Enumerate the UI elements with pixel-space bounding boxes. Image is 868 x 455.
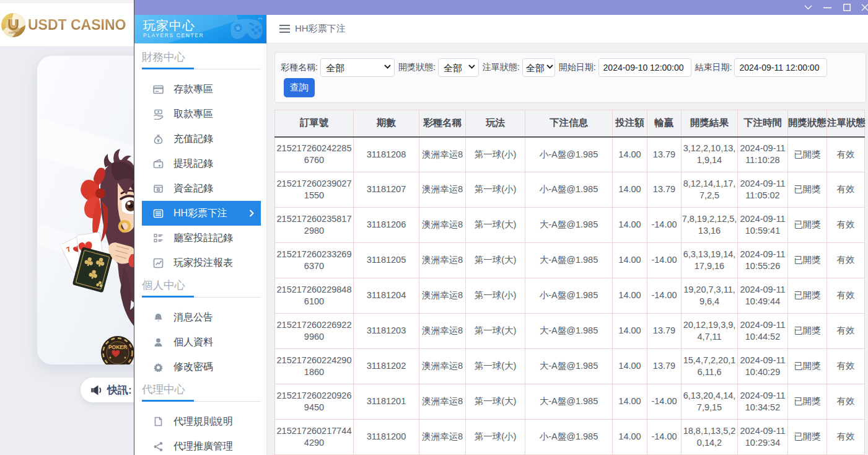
report-chart-icon [153, 258, 164, 268]
order-status-select-wrap: 全部 [522, 58, 555, 77]
sidebar-section-title: 個人中心 [142, 278, 266, 293]
brand-name: USDT CASINO [28, 17, 126, 33]
column-header: 下注信息 [525, 110, 613, 137]
sidebar-item-change-password[interactable]: 修改密碼 [142, 355, 261, 379]
sidebar-item-label: 存款專區 [173, 83, 213, 96]
sidebar-item-funds-record[interactable]: 資金記錄 [142, 176, 261, 201]
draw-status-label: 開獎狀態: [398, 62, 436, 73]
end-date-input[interactable] [734, 58, 827, 77]
table-row: 215217260239027155031181207澳洲幸运8第一球(小)小-… [275, 172, 865, 208]
sidebar-menu: 存款專區取款專區充值記錄提現記錄資金記錄HH彩票下注廳室投註記錄玩家投注報表 [134, 77, 266, 275]
sidebar-item-label: 資金記錄 [173, 182, 213, 195]
table-cell: 澳洲幸运8 [419, 314, 466, 349]
sidebar-item-label: HH彩票下注 [173, 207, 227, 220]
table-cell: -14.00 [647, 278, 682, 314]
maximize-button[interactable] [838, 0, 856, 15]
sidebar-item-room-bet-record[interactable]: 廳室投註記錄 [142, 226, 261, 250]
sidebar-item-withdraw-area[interactable]: 取款專區 [142, 102, 261, 126]
table-row: 215217260226922996031181203澳洲幸运8第一球(大)大-… [275, 314, 865, 349]
table-row: 215217260229848610031181204澳洲幸运8第一球(小)小-… [275, 278, 865, 314]
main-area: HH彩票下注 彩種名稱: 全部 開獎狀態: 全部 注單狀態: [267, 15, 868, 455]
table-cell: 14.00 [613, 137, 647, 172]
ticker-label: 快訊: [107, 383, 132, 397]
table-cell: 14.00 [613, 208, 647, 243]
sidebar-item-announcements[interactable]: 消息公告 [142, 305, 261, 330]
draw-status-select[interactable]: 全部 [438, 58, 479, 77]
table-cell: 有效 [827, 208, 865, 243]
table-cell: 2152172602298486100 [275, 278, 354, 314]
newspaper-icon [153, 208, 164, 219]
sidebar-item-agent-rules[interactable]: 代理規則說明 [142, 409, 261, 434]
sidebar-item-deposit-area[interactable]: 存款專區 [142, 77, 261, 102]
main-header: HH彩票下注 [267, 15, 868, 43]
sidebar-item-agent-promotion[interactable]: 代理推廣管理 [142, 434, 261, 455]
table-cell: 31181208 [354, 137, 419, 172]
table-cell: 已開獎 [788, 208, 827, 243]
sidebar-section-title: 財務中心 [142, 50, 266, 64]
section-underline [142, 68, 259, 69]
close-icon [861, 4, 868, 11]
table-cell: 14.00 [613, 384, 647, 420]
sidebar-item-label: 玩家投注報表 [173, 257, 233, 270]
column-header: 下注時間 [738, 110, 788, 137]
column-header: 投注額 [613, 110, 647, 137]
table-cell: 8,12,14,1,17,7,2,5 [682, 172, 738, 208]
table-cell: 已開獎 [788, 278, 827, 314]
search-button[interactable]: 查詢 [284, 78, 315, 97]
table-cell: 2152172602177444290 [275, 420, 354, 455]
table-cell: 第一球(小) [466, 137, 525, 172]
column-header: 玩法 [466, 110, 525, 137]
table-cell: 已開獎 [788, 384, 827, 420]
chevron-right-icon [249, 210, 254, 217]
column-header: 開獎狀態 [788, 110, 827, 137]
table-cell: 2152172602242901860 [275, 349, 354, 384]
table-cell: 13.79 [647, 314, 682, 349]
table-cell: 15,4,7,2,20,16,11,6 [682, 349, 738, 384]
close-button[interactable] [856, 0, 868, 15]
table-cell: 第一球(大) [466, 314, 525, 349]
hamburger-menu-icon[interactable] [279, 25, 290, 33]
sidebar-menu: 消息公告個人資料修改密碼 [134, 305, 266, 379]
sidebar-item-profile[interactable]: 個人資料 [142, 330, 261, 355]
table-cell: 第一球(大) [466, 243, 525, 278]
table-cell: 小-A盤@1.985 [525, 172, 613, 208]
table-cell: 14.00 [613, 420, 647, 455]
table-cell: 大-A盤@1.985 [525, 384, 613, 420]
logo-coin-sub: casino [9, 30, 18, 34]
table-cell: 有效 [827, 172, 865, 208]
minimize-button[interactable] [818, 0, 836, 15]
table-row: 215217260235817298031181206澳洲幸运8第一球(大)大-… [275, 208, 865, 243]
table-cell: 澳洲幸运8 [419, 243, 466, 278]
site-logo[interactable]: casino USDT CASINO [1, 12, 126, 38]
gear-icon [153, 362, 164, 373]
table-cell: 小-A盤@1.985 [525, 420, 613, 455]
start-date-input[interactable] [598, 58, 691, 77]
sidebar-item-hh-lottery-bet[interactable]: HH彩票下注 [142, 201, 261, 226]
gamepad-icon [229, 17, 264, 42]
table-cell: 2024-09-11 10:49:44 [738, 278, 788, 314]
lottery-name-select[interactable]: 全部 [320, 58, 395, 77]
table-cell: 2152172602332696370 [275, 243, 354, 278]
table-cell: 有效 [827, 420, 865, 455]
sidebar-item-label: 修改密碼 [173, 361, 213, 374]
sidebar-item-withdrawal-record[interactable]: 提現記錄 [142, 151, 261, 176]
players-center-window: 玩家中心 PLAYERS CENTER 財務中心存款專區取款專區充值記錄提現記錄… [134, 0, 868, 455]
table-cell: 31181200 [354, 420, 419, 455]
table-cell: 澳洲幸运8 [419, 137, 466, 172]
order-status-select[interactable]: 全部 [522, 58, 555, 77]
table-cell: 2152172602358172980 [275, 208, 354, 243]
table-cell: 已開獎 [788, 420, 827, 455]
table-cell: 有效 [827, 314, 865, 349]
table-cell: 大-A盤@1.985 [525, 314, 613, 349]
person-icon [153, 337, 164, 348]
table-cell: 14.00 [613, 314, 647, 349]
table-cell: 31181206 [354, 208, 419, 243]
table-row: 215217260220926945031181201澳洲幸运8第一球(大)大-… [275, 384, 865, 420]
restore-down-button[interactable] [799, 0, 817, 15]
sidebar-item-label: 提現記錄 [173, 157, 213, 170]
sidebar-item-player-bet-report[interactable]: 玩家投注報表 [142, 250, 261, 275]
table-cell: 2024-09-11 11:10:28 [738, 137, 788, 172]
speaker-icon [91, 385, 103, 395]
table-cell: 14.00 [613, 243, 647, 278]
sidebar-item-recharge-record[interactable]: 充值記錄 [142, 126, 261, 151]
